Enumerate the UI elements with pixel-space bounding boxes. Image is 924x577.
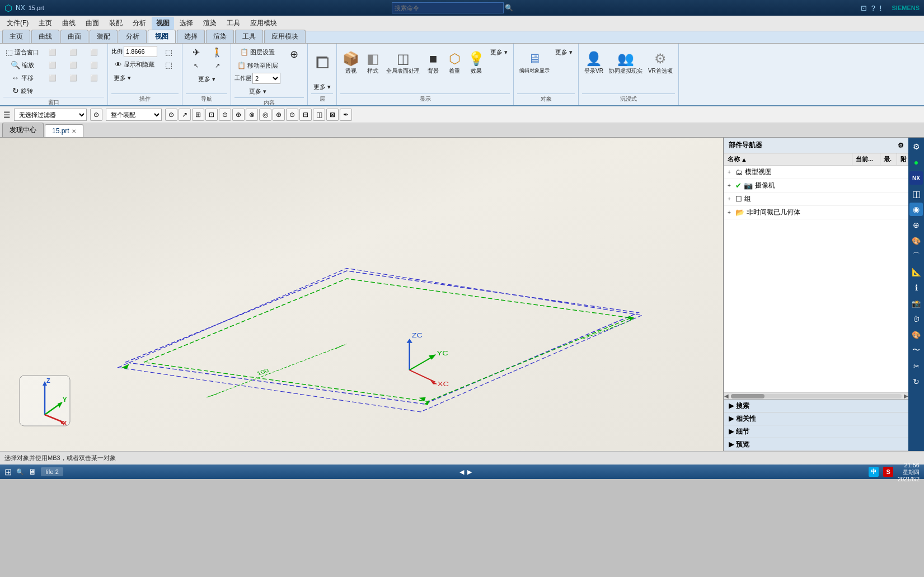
tab-assembly[interactable]: 装配 (90, 30, 118, 43)
menu-view[interactable]: 视图 (152, 17, 174, 30)
btn-layer-more[interactable]: 更多▾ (311, 81, 333, 93)
menu-surface[interactable]: 曲面 (81, 17, 104, 30)
question-icon[interactable]: ? (871, 4, 875, 12)
accordion-preview-header[interactable]: ▶ 预览 (724, 438, 908, 451)
snap-btn-2[interactable]: ↗ (179, 109, 191, 121)
tab-close-icon[interactable]: ✕ (72, 128, 76, 134)
btn-window-sq6[interactable]: ⬜ (84, 59, 104, 71)
tab-select[interactable]: 选择 (177, 30, 205, 43)
btn-vr-prefs[interactable]: ⚙ VR首选项 (646, 46, 675, 79)
expand-icon[interactable]: ⊡ (861, 4, 867, 12)
scrollbar-thumb[interactable] (731, 394, 764, 398)
nav-item-camera[interactable]: + ✔ 📷 摄像机 (724, 179, 908, 193)
accordion-relevance-header[interactable]: ▶ 相关性 (724, 412, 908, 425)
side-green-circle-icon[interactable]: ● (909, 156, 923, 169)
btn-more-operation[interactable]: 更多▾ (111, 72, 133, 84)
btn-move-to-layer[interactable]: 📋 移动至图层 (234, 59, 280, 72)
side-palette-icon[interactable]: 🎨 (909, 328, 923, 341)
snap-btn-6[interactable]: ⊕ (232, 109, 245, 121)
scrollbar-track[interactable] (731, 394, 902, 398)
btn-background[interactable]: ■ 背景 (423, 46, 443, 79)
search-icon[interactable]: 🔍 (505, 4, 513, 12)
btn-zoom[interactable]: 🔍 缩放 (3, 59, 41, 71)
tab-curve[interactable]: 曲线 (31, 30, 59, 43)
btn-effect[interactable]: 💡 效果 (466, 46, 487, 79)
side-box-icon[interactable]: ◫ (909, 187, 923, 200)
filter-icon-btn[interactable]: ⊙ (90, 109, 102, 121)
side-measure-icon[interactable]: 📐 (909, 265, 923, 279)
filter-select[interactable]: 无选择过滤器 (14, 109, 87, 121)
snap-btn-14[interactable]: ✒ (340, 109, 352, 121)
btn-content-icon[interactable]: ⊕ (284, 46, 304, 63)
siemens-s-icon[interactable]: S (883, 467, 893, 477)
btn-edit-object-display[interactable]: 🖥 编辑对象显示 (517, 46, 552, 79)
tab-surface[interactable]: 曲面 (60, 30, 88, 43)
side-wave-icon[interactable]: 〜 (909, 344, 923, 357)
scroll-right-btn[interactable]: ▶ (904, 393, 908, 399)
snap-btn-13[interactable]: ⊠ (326, 109, 339, 121)
btn-window-sq7[interactable]: ⬜ (43, 72, 63, 84)
tab-render[interactable]: 渲染 (206, 30, 234, 43)
side-scissors-icon[interactable]: ✂ (909, 359, 923, 373)
side-sync-icon[interactable]: ↻ (909, 375, 923, 388)
btn-window-sq2[interactable]: ⬜ (63, 46, 83, 58)
snap-btn-11[interactable]: ⊟ (299, 109, 312, 121)
snap-btn-10[interactable]: ⊙ (286, 109, 298, 121)
btn-nav-walk[interactable]: 🚶 (207, 46, 227, 58)
btn-nav-fly[interactable]: ✈ (186, 46, 206, 58)
btn-window-sq1[interactable]: ⬜ (43, 46, 63, 58)
snap-btn-7[interactable]: ⊗ (246, 109, 258, 121)
tab-discovery[interactable]: 发现中心 (2, 123, 44, 137)
btn-perspective[interactable]: 📦 透视 (340, 46, 362, 79)
menu-tools[interactable]: 工具 (222, 17, 245, 30)
btn-fit-window[interactable]: ⬚ 适合窗口 (3, 46, 41, 58)
taskbar-monitor-icon[interactable]: 🖥 (29, 467, 36, 476)
tab-15prt[interactable]: 15.prt ✕ (45, 124, 83, 137)
btn-window-sq8[interactable]: ⬜ (63, 72, 83, 84)
side-clock-icon[interactable]: ⏱ (909, 312, 923, 326)
scale-input[interactable] (124, 46, 157, 57)
work-layer-select[interactable]: 2 1 3 (252, 73, 280, 84)
btn-object-more[interactable]: 更多▾ (553, 46, 575, 58)
btn-rotate[interactable]: ↻ 旋转 (3, 85, 41, 97)
bell-icon[interactable]: ! (880, 4, 882, 12)
side-camera-icon[interactable]: 📸 (909, 297, 923, 310)
btn-style[interactable]: ◧ 样式 (363, 46, 383, 79)
nav-right-arrow[interactable]: ▶ (467, 468, 472, 476)
btn-nav-arrow2[interactable]: ↗ (207, 59, 227, 72)
taskbar-active-app[interactable]: Iife 2 (41, 467, 63, 476)
snap-btn-8[interactable]: ◎ (259, 109, 271, 121)
nav-item-model-view[interactable]: + 🗂 模型视图 (724, 166, 908, 179)
menu-home[interactable]: 主页 (34, 17, 57, 30)
menu-select[interactable]: 选择 (175, 17, 198, 30)
menu-analysis[interactable]: 分析 (128, 17, 151, 30)
btn-pan[interactable]: ↔ 平移 (3, 72, 41, 84)
btn-window-sq5[interactable]: ⬜ (63, 59, 83, 71)
btn-content-more[interactable]: 更多▾ (234, 85, 280, 97)
assembly-select[interactable]: 整个装配 (106, 109, 162, 121)
btn-window-sq3[interactable]: ⬜ (84, 46, 104, 58)
nav-settings-icon[interactable]: ⚙ (898, 142, 904, 149)
siemens-blue-icon[interactable]: 中 (869, 467, 879, 477)
nav-item-group[interactable]: + ☐ 组 (724, 193, 908, 206)
search-input[interactable] (392, 2, 504, 13)
btn-show-hide[interactable]: 👁 显示和隐藏 (111, 58, 157, 71)
btn-display-more[interactable]: 更多▾ (488, 46, 510, 58)
tab-home[interactable]: 主页 (2, 30, 30, 43)
btn-op-plane2[interactable]: ⬚ (158, 59, 179, 71)
menu-curve[interactable]: 曲线 (58, 17, 80, 30)
menu-assembly[interactable]: 装配 (105, 17, 127, 30)
snap-btn-12[interactable]: ◫ (313, 109, 325, 121)
snap-btn-1[interactable]: ⊙ (165, 109, 177, 121)
col-max[interactable]: 最. (880, 153, 897, 165)
snap-btn-3[interactable]: ⊞ (192, 109, 204, 121)
viewport[interactable]: ZC YC XC 100 -- (0, 138, 724, 451)
accordion-detail-header[interactable]: ▶ 细节 (724, 425, 908, 438)
tab-analysis[interactable]: 分析 (119, 30, 147, 43)
btn-surface-render[interactable]: ◫ 全局表面处理 (384, 46, 422, 79)
btn-op-plane1[interactable]: ⬚ (158, 46, 179, 58)
nav-item-non-temporal[interactable]: + 📂 非时间截已几何体 (724, 206, 908, 219)
side-paint-icon[interactable]: 🎨 (909, 234, 923, 247)
taskbar-search-icon[interactable]: 🔍 (16, 468, 24, 476)
tab-tools[interactable]: 工具 (235, 30, 263, 43)
